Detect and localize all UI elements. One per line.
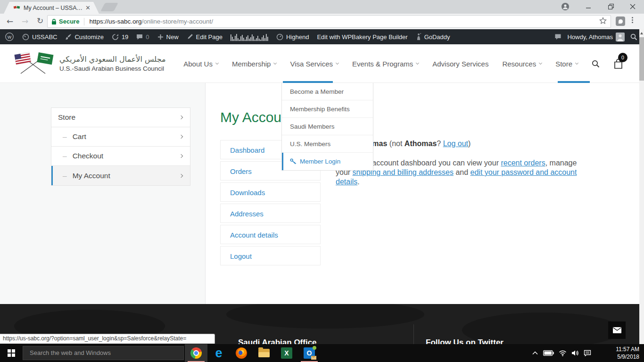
admin-godaddy-label: GoDaddy [424, 33, 450, 41]
window-minimize-button[interactable] [578, 0, 599, 13]
admin-highend[interactable]: Highend [276, 33, 309, 41]
email-button[interactable] [608, 321, 626, 339]
window-close-button[interactable] [622, 0, 643, 13]
dropdown-become-a-member[interactable]: Become a Member [282, 83, 373, 100]
account-nav-downloads[interactable]: Downloads [220, 182, 321, 202]
nav-about-us[interactable]: About Us [183, 60, 218, 68]
extension-icon[interactable] [616, 16, 625, 26]
admin-edit-page[interactable]: Edit Page [187, 33, 223, 41]
dropdown-saudi-members[interactable]: Saudi Members [282, 118, 373, 135]
taskbar-excel-button[interactable]: X [275, 344, 298, 362]
url-path: /online-store/my-account/ [141, 18, 213, 25]
browser-profile-icon[interactable] [561, 2, 570, 13]
recent-orders-link[interactable]: recent orders [501, 159, 545, 167]
clock-time: 11:57 AM [611, 346, 639, 353]
dropdown-member-login[interactable]: Member Login [282, 153, 373, 170]
logo-english-text: U.S.-Saudi Arabian Business Council [59, 65, 166, 72]
forward-icon[interactable]: → [22, 16, 28, 26]
admin-godaddy[interactable]: GoDaddy [416, 33, 450, 41]
footer-office-heading: Saudi Arabian Office [238, 338, 317, 344]
membership-dropdown: Become a Member Membership Benefits Saud… [281, 83, 373, 171]
nav-resources[interactable]: Resources [502, 60, 542, 68]
admin-updates[interactable]: 19 [112, 33, 128, 41]
chevron-down-icon [273, 61, 277, 64]
sidebar-item-store[interactable]: Store [51, 108, 190, 127]
battery-icon[interactable] [543, 350, 554, 356]
admin-customize-label: Customize [74, 33, 103, 41]
chevron-down-icon [215, 61, 219, 64]
windows-taskbar: Search the web and Windows e X O [0, 344, 644, 362]
update-count: 19 [122, 33, 128, 41]
wordpress-logo-icon[interactable]: W [5, 32, 14, 41]
logout-link[interactable]: Log out [443, 140, 468, 148]
taskbar-clock[interactable]: 11:57 AM 5/9/2018 [611, 346, 639, 361]
admin-site-menu[interactable]: USSABC [22, 33, 57, 41]
system-tray [532, 344, 591, 362]
secure-lock-icon [51, 18, 57, 25]
taskbar-outlook-button[interactable]: O [298, 344, 321, 362]
back-icon[interactable]: ← [7, 16, 13, 26]
wifi-icon[interactable] [559, 350, 567, 356]
action-center-icon[interactable] [584, 350, 591, 356]
comment-count: 0 [146, 33, 149, 41]
dropdown-us-members[interactable]: U.S. Members [282, 135, 373, 153]
comment-bubble-icon [136, 34, 143, 40]
key-icon [290, 158, 296, 165]
tray-chevron-icon[interactable] [532, 350, 538, 356]
wp-admin-bar: W USSABC Customize 19 [0, 29, 644, 44]
account-nav-logout[interactable]: Logout [220, 246, 321, 265]
scroll-up-arrow[interactable] [640, 32, 643, 34]
clock-date: 5/9/2018 [611, 353, 639, 361]
footer-twitter-heading: Follow Us on Twitter [426, 338, 504, 344]
nav-advisory-services[interactable]: Advisory Services [432, 60, 488, 68]
chevron-down-icon [575, 61, 578, 64]
admin-site-name: USSABC [32, 33, 57, 41]
admin-comments[interactable]: 0 [136, 33, 149, 41]
taskbar-search-input[interactable]: Search the web and Windows [23, 346, 184, 360]
tab-title: My Account – USSABC [24, 5, 83, 11]
account-nav-account-details[interactable]: Account details [220, 225, 321, 244]
scrollbar-thumb[interactable] [639, 37, 644, 81]
nav-visa-services[interactable]: Visa Services [290, 60, 339, 68]
url-host: https://us-sabc.org [89, 18, 141, 25]
bookmark-star-icon[interactable] [599, 17, 607, 26]
taskbar-chrome-button[interactable] [185, 344, 207, 362]
start-button[interactable] [0, 344, 23, 362]
sidebar-item-checkout[interactable]: –Checkout [51, 147, 190, 166]
status-link-preview: https://us-sabc.org/?option=saml_user_lo… [0, 334, 215, 344]
nav-store[interactable]: Store [555, 60, 578, 68]
address-bar[interactable]: Secure https://us-sabc.org/online-store/… [47, 15, 611, 28]
nav-membership[interactable]: Membership [232, 60, 277, 68]
browser-tab[interactable]: My Account – USSABC ✕ [4, 2, 99, 14]
nav-events-programs[interactable]: Events & Programs [352, 60, 419, 68]
browser-menu-icon[interactable] [632, 17, 633, 23]
new-tab-button[interactable] [100, 3, 118, 11]
windows-logo-icon [8, 349, 16, 357]
tab-close-icon[interactable]: ✕ [85, 4, 91, 11]
sidebar-item-my-account[interactable]: –My Account [51, 166, 190, 185]
taskbar-file-explorer-button[interactable] [253, 344, 275, 362]
dropdown-membership-benefits[interactable]: Membership Benefits [282, 100, 373, 118]
stats-bars-icon[interactable] [231, 33, 268, 41]
admin-highend-label: Highend [286, 33, 309, 41]
admin-account-menu[interactable]: Howdy, Athomas [567, 33, 625, 41]
admin-wpbakery[interactable]: Edit with WPBakery Page Builder [317, 33, 407, 41]
site-search-icon[interactable] [592, 60, 600, 68]
sidebar-item-cart[interactable]: –Cart [51, 127, 190, 147]
taskbar-firefox-button[interactable] [230, 344, 253, 362]
site-header: مجلس الأعمال السعودي الأمريكي U.S.-Saudi… [0, 44, 644, 83]
chevron-right-icon [179, 135, 183, 139]
admin-new[interactable]: New [157, 33, 179, 41]
admin-customize[interactable]: Customize [65, 33, 103, 41]
reload-icon[interactable]: ↻ [37, 16, 43, 25]
admin-search-icon[interactable] [630, 33, 637, 41]
site-logo[interactable]: مجلس الأعمال السعودي الأمريكي U.S.-Saudi… [14, 51, 166, 75]
volume-icon[interactable] [571, 350, 579, 356]
window-restore-button[interactable] [601, 0, 621, 13]
edge-icon: e [215, 347, 222, 359]
taskbar-edge-button[interactable]: e [207, 344, 230, 362]
cart-button[interactable]: 0 [613, 58, 623, 69]
account-nav-addresses[interactable]: Addresses [220, 204, 321, 223]
plus-icon [157, 34, 164, 40]
chat-bubble-icon[interactable] [554, 33, 561, 40]
